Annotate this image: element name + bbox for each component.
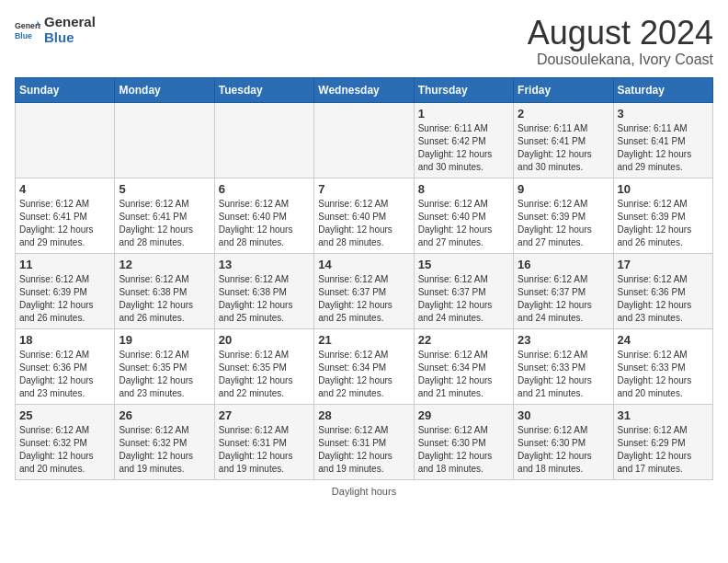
calendar-cell: 20Sunrise: 6:12 AMSunset: 6:35 PMDayligh…: [214, 328, 313, 404]
day-number: 14: [318, 258, 409, 271]
calendar-cell: 27Sunrise: 6:12 AMSunset: 6:31 PMDayligh…: [214, 404, 313, 479]
day-number: 31: [618, 408, 709, 422]
calendar-cell: 22Sunrise: 6:12 AMSunset: 6:34 PMDayligh…: [414, 328, 513, 404]
day-header-monday: Monday: [115, 77, 214, 102]
day-info: Sunrise: 6:12 AMSunset: 6:39 PMDaylight:…: [518, 198, 609, 249]
calendar-cell: 18Sunrise: 6:12 AMSunset: 6:36 PMDayligh…: [16, 328, 115, 404]
calendar-cell: 3Sunrise: 6:11 AMSunset: 6:41 PMDaylight…: [613, 102, 712, 178]
day-number: 11: [19, 258, 110, 271]
day-number: 9: [518, 182, 609, 196]
logo-icon: General Blue: [15, 17, 40, 43]
day-number: 25: [19, 408, 110, 422]
calendar-cell: 6Sunrise: 6:12 AMSunset: 6:40 PMDaylight…: [214, 178, 313, 253]
day-number: 15: [418, 258, 509, 271]
day-number: 20: [219, 333, 310, 347]
day-info: Sunrise: 6:12 AMSunset: 6:37 PMDaylight:…: [518, 273, 609, 325]
day-number: 30: [518, 408, 609, 422]
calendar-cell: 16Sunrise: 6:12 AMSunset: 6:37 PMDayligh…: [514, 253, 613, 328]
day-info: Sunrise: 6:12 AMSunset: 6:35 PMDaylight:…: [219, 349, 310, 400]
day-info: Sunrise: 6:12 AMSunset: 6:41 PMDaylight:…: [119, 198, 210, 249]
day-info: Sunrise: 6:12 AMSunset: 6:39 PMDaylight:…: [19, 273, 110, 325]
calendar-cell: 1Sunrise: 6:11 AMSunset: 6:42 PMDaylight…: [414, 102, 513, 178]
calendar-cell: [214, 102, 313, 178]
calendar-cell: 23Sunrise: 6:12 AMSunset: 6:33 PMDayligh…: [514, 328, 613, 404]
day-number: 24: [618, 333, 709, 347]
calendar-week-3: 11Sunrise: 6:12 AMSunset: 6:39 PMDayligh…: [16, 253, 713, 328]
day-info: Sunrise: 6:12 AMSunset: 6:40 PMDaylight:…: [418, 198, 509, 249]
day-number: 23: [518, 333, 609, 347]
day-info: Sunrise: 6:12 AMSunset: 6:30 PMDaylight:…: [418, 424, 509, 476]
calendar-cell: 26Sunrise: 6:12 AMSunset: 6:32 PMDayligh…: [115, 404, 214, 479]
calendar-cell: 29Sunrise: 6:12 AMSunset: 6:30 PMDayligh…: [414, 404, 513, 479]
header: General Blue General Blue August 2024 Do…: [15, 15, 713, 68]
day-info: Sunrise: 6:12 AMSunset: 6:40 PMDaylight:…: [219, 198, 310, 249]
logo: General Blue General Blue: [15, 15, 96, 45]
day-number: 22: [418, 333, 509, 347]
day-number: 18: [19, 333, 110, 347]
day-info: Sunrise: 6:11 AMSunset: 6:41 PMDaylight:…: [518, 122, 609, 174]
calendar-week-1: 1Sunrise: 6:11 AMSunset: 6:42 PMDaylight…: [16, 102, 713, 178]
day-number: 29: [418, 408, 509, 422]
day-info: Sunrise: 6:12 AMSunset: 6:35 PMDaylight:…: [119, 349, 210, 400]
calendar-cell: 31Sunrise: 6:12 AMSunset: 6:29 PMDayligh…: [613, 404, 712, 479]
calendar-cell: 9Sunrise: 6:12 AMSunset: 6:39 PMDaylight…: [514, 178, 613, 253]
calendar-body: 1Sunrise: 6:11 AMSunset: 6:42 PMDaylight…: [16, 102, 713, 479]
day-info: Sunrise: 6:12 AMSunset: 6:31 PMDaylight:…: [219, 424, 310, 476]
day-info: Sunrise: 6:12 AMSunset: 6:38 PMDaylight:…: [219, 273, 310, 325]
main-title: August 2024: [528, 15, 713, 52]
day-info: Sunrise: 6:12 AMSunset: 6:36 PMDaylight:…: [618, 273, 709, 325]
calendar-cell: 12Sunrise: 6:12 AMSunset: 6:38 PMDayligh…: [115, 253, 214, 328]
day-number: 8: [418, 182, 509, 196]
day-number: 5: [119, 182, 210, 196]
calendar-cell: 28Sunrise: 6:12 AMSunset: 6:31 PMDayligh…: [314, 404, 414, 479]
calendar-cell: 2Sunrise: 6:11 AMSunset: 6:41 PMDaylight…: [514, 102, 613, 178]
day-info: Sunrise: 6:12 AMSunset: 6:33 PMDaylight:…: [618, 349, 709, 400]
calendar-cell: 10Sunrise: 6:12 AMSunset: 6:39 PMDayligh…: [613, 178, 712, 253]
calendar-cell: 17Sunrise: 6:12 AMSunset: 6:36 PMDayligh…: [613, 253, 712, 328]
calendar-cell: 14Sunrise: 6:12 AMSunset: 6:37 PMDayligh…: [314, 253, 414, 328]
day-info: Sunrise: 6:12 AMSunset: 6:34 PMDaylight:…: [418, 349, 509, 400]
day-info: Sunrise: 6:12 AMSunset: 6:39 PMDaylight:…: [618, 198, 709, 249]
day-info: Sunrise: 6:12 AMSunset: 6:41 PMDaylight:…: [19, 198, 110, 249]
day-number: 28: [318, 408, 409, 422]
day-number: 17: [618, 258, 709, 271]
day-header-saturday: Saturday: [613, 77, 712, 102]
day-number: 4: [19, 182, 110, 196]
calendar-cell: 11Sunrise: 6:12 AMSunset: 6:39 PMDayligh…: [16, 253, 115, 328]
calendar-cell: [314, 102, 414, 178]
calendar-cell: 24Sunrise: 6:12 AMSunset: 6:33 PMDayligh…: [613, 328, 712, 404]
day-number: 2: [518, 107, 609, 121]
calendar-cell: [115, 102, 214, 178]
logo-blue: Blue: [44, 30, 96, 46]
day-info: Sunrise: 6:12 AMSunset: 6:40 PMDaylight:…: [318, 198, 409, 249]
calendar-cell: 5Sunrise: 6:12 AMSunset: 6:41 PMDaylight…: [115, 178, 214, 253]
day-info: Sunrise: 6:12 AMSunset: 6:30 PMDaylight:…: [518, 424, 609, 476]
day-info: Sunrise: 6:11 AMSunset: 6:42 PMDaylight:…: [418, 122, 509, 174]
calendar-table: SundayMondayTuesdayWednesdayThursdayFrid…: [15, 77, 713, 480]
day-number: 1: [418, 107, 509, 121]
day-info: Sunrise: 6:12 AMSunset: 6:29 PMDaylight:…: [618, 424, 709, 476]
day-info: Sunrise: 6:12 AMSunset: 6:31 PMDaylight:…: [318, 424, 409, 476]
day-number: 26: [119, 408, 210, 422]
day-header-sunday: Sunday: [16, 77, 115, 102]
day-number: 27: [219, 408, 310, 422]
day-info: Sunrise: 6:12 AMSunset: 6:38 PMDaylight:…: [119, 273, 210, 325]
day-info: Sunrise: 6:12 AMSunset: 6:37 PMDaylight:…: [318, 273, 409, 325]
day-number: 21: [318, 333, 409, 347]
calendar-header-row: SundayMondayTuesdayWednesdayThursdayFrid…: [16, 77, 713, 102]
day-number: 6: [219, 182, 310, 196]
day-header-friday: Friday: [514, 77, 613, 102]
day-header-tuesday: Tuesday: [214, 77, 313, 102]
calendar-week-5: 25Sunrise: 6:12 AMSunset: 6:32 PMDayligh…: [16, 404, 713, 479]
day-info: Sunrise: 6:11 AMSunset: 6:41 PMDaylight:…: [618, 122, 709, 174]
title-area: August 2024 Dousoulekana, Ivory Coast: [528, 15, 713, 68]
calendar-cell: 4Sunrise: 6:12 AMSunset: 6:41 PMDaylight…: [16, 178, 115, 253]
day-info: Sunrise: 6:12 AMSunset: 6:34 PMDaylight:…: [318, 349, 409, 400]
day-info: Sunrise: 6:12 AMSunset: 6:37 PMDaylight:…: [418, 273, 509, 325]
day-number: 7: [318, 182, 409, 196]
calendar-cell: 30Sunrise: 6:12 AMSunset: 6:30 PMDayligh…: [514, 404, 613, 479]
calendar-cell: 21Sunrise: 6:12 AMSunset: 6:34 PMDayligh…: [314, 328, 414, 404]
calendar-cell: 8Sunrise: 6:12 AMSunset: 6:40 PMDaylight…: [414, 178, 513, 253]
day-info: Sunrise: 6:12 AMSunset: 6:36 PMDaylight:…: [19, 349, 110, 400]
svg-text:General: General: [15, 21, 40, 30]
